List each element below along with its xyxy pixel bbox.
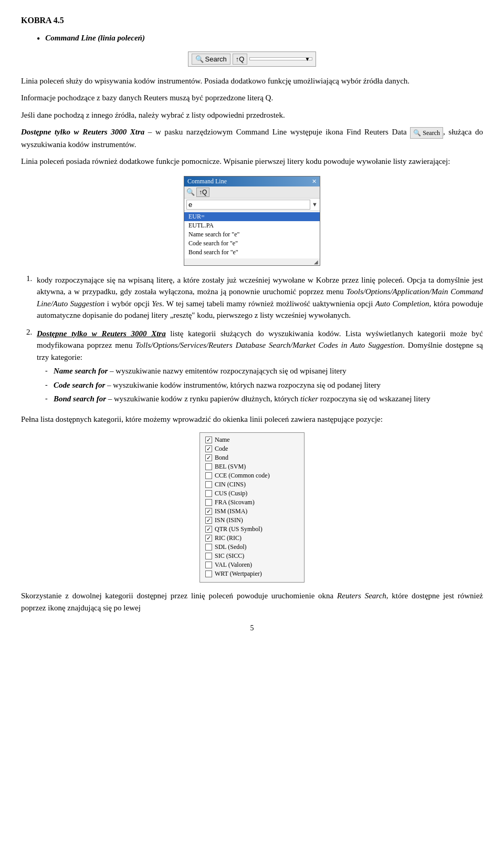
binoculars-inline-icon: 🔍 bbox=[413, 128, 421, 138]
checkbox-fra-label: FRA (Sicovam) bbox=[215, 499, 255, 506]
binoculars-cl-icon: 🔍 bbox=[186, 188, 195, 196]
sub-item-code: - Code search for – wyszukiwanie kodów i… bbox=[45, 379, 483, 391]
list-item[interactable]: Code search for "e" bbox=[184, 239, 320, 248]
checkbox-cce[interactable]: CCE (Common code) bbox=[205, 472, 299, 480]
cl-q-label: Q bbox=[202, 189, 207, 196]
checkbox-bel-label: BEL (SVM) bbox=[215, 463, 246, 471]
sub-text-3a: – wyszukiwanie kodów z rynku papierów dł… bbox=[106, 395, 300, 403]
checkbox-wrt-box[interactable] bbox=[205, 570, 212, 577]
checkbox-ric[interactable]: ✓ RIC (RIC) bbox=[205, 534, 299, 542]
sub-bold-1: Name search for bbox=[54, 367, 108, 375]
page-title: KOBRA 4.5 bbox=[21, 16, 483, 25]
dostepne-only-text: Dostępne tylko w Reuters 3000 Xtra bbox=[21, 128, 144, 136]
checkbox-fra[interactable]: FRA (Sicovam) bbox=[205, 499, 299, 506]
sub-bold-2: Code search for bbox=[54, 381, 105, 389]
paragraph-2: Informacje pochodzące z bazy danych Reut… bbox=[21, 92, 483, 104]
footer-text1: Skorzystanie z dowolnej kategorii dostęp… bbox=[21, 591, 337, 600]
sub-item-name-content: Name search for – wyszukiwanie nazwy emi… bbox=[54, 365, 483, 377]
checkbox-bond[interactable]: ✓ Bond bbox=[205, 454, 299, 462]
command-line-toolbar: 🔍 ↑ Q bbox=[184, 186, 320, 199]
checkbox-qtr-box[interactable]: ✓ bbox=[205, 526, 212, 533]
bullet-point: • bbox=[37, 34, 40, 45]
checkbox-sic[interactable]: SIC (SICC) bbox=[205, 552, 299, 560]
numbered-item-1-content: kody rozpoczynające się na wpisaną liter… bbox=[37, 274, 483, 321]
close-icon[interactable]: ✕ bbox=[312, 178, 317, 185]
item1-auto: Auto Completion, bbox=[375, 299, 431, 308]
paragraph-3: Jeśli dane pochodzą z innego źródła, nal… bbox=[21, 109, 483, 121]
checkbox-val-box[interactable] bbox=[205, 562, 212, 568]
q-label: ↑Q bbox=[236, 55, 245, 63]
sub-item-bond-content: Bond search for – wyszukiwanie kodów z r… bbox=[54, 393, 483, 405]
command-line-titlebar: Command Line ✕ bbox=[184, 177, 320, 186]
checkbox-list-window: ✓ Name ✓ Code ✓ Bond BEL (SVM) CCE (Comm… bbox=[200, 432, 304, 583]
sub-bold-3: Bond search for bbox=[54, 395, 106, 403]
checkbox-ism[interactable]: ✓ ISM (ISMA) bbox=[205, 507, 299, 515]
q-button[interactable]: ↑Q bbox=[233, 54, 248, 65]
checkbox-bond-box[interactable]: ✓ bbox=[205, 454, 212, 461]
checkbox-isn[interactable]: ✓ ISN (ISIN) bbox=[205, 516, 299, 524]
inline-search-label: Search bbox=[423, 128, 440, 138]
checkbox-ric-box[interactable]: ✓ bbox=[205, 535, 212, 542]
chevron-down-icon: ▼ bbox=[305, 56, 310, 62]
numbered-item-2: 2. Dostępne tylko w Reuters 3000 Xtra li… bbox=[26, 328, 483, 407]
list-item[interactable]: EUTL.PA bbox=[184, 221, 320, 230]
checkbox-wrt[interactable]: WRT (Wertpapier) bbox=[205, 570, 299, 578]
checkbox-name[interactable]: ✓ Name bbox=[205, 436, 299, 444]
numbered-item-1: 1. kody rozpoczynające się na wpisaną li… bbox=[26, 274, 483, 321]
checkbox-ric-label: RIC (RIC) bbox=[215, 534, 242, 542]
checkbox-cin-label: CIN (CINS) bbox=[215, 481, 246, 489]
checkbox-wrt-label: WRT (Wertpapier) bbox=[215, 570, 262, 578]
checkbox-cin-box[interactable] bbox=[205, 481, 212, 488]
checkbox-cce-label: CCE (Common code) bbox=[215, 472, 270, 480]
checkbox-code[interactable]: ✓ Code bbox=[205, 445, 299, 453]
checkbox-sic-label: SIC (SICC) bbox=[215, 552, 244, 560]
checkbox-cus-label: CUS (Cusip) bbox=[215, 490, 247, 497]
command-line-input-row: ▼ bbox=[184, 199, 320, 211]
checkbox-isn-box[interactable]: ✓ bbox=[205, 517, 212, 524]
checkbox-bond-label: Bond bbox=[215, 454, 228, 462]
number-2-label: 2. bbox=[26, 328, 37, 407]
toolbar-dropdown[interactable]: ▼ bbox=[249, 57, 312, 60]
list-item[interactable]: Bond search for "e" bbox=[184, 248, 320, 257]
list-item[interactable]: EUR= bbox=[184, 212, 320, 221]
checkbox-sdl[interactable]: SDL (Sedol) bbox=[205, 543, 299, 551]
sub-ticker: ticker bbox=[300, 395, 318, 403]
checkbox-sic-box[interactable] bbox=[205, 553, 212, 559]
checkbox-val-label: VAL (Valoren) bbox=[215, 561, 252, 569]
cl-up-button[interactable]: ↑ Q bbox=[196, 188, 209, 197]
checkbox-ism-label: ISM (ISMA) bbox=[215, 507, 247, 515]
checkbox-val[interactable]: VAL (Valoren) bbox=[205, 561, 299, 569]
checkbox-code-box[interactable]: ✓ bbox=[205, 445, 212, 452]
resize-handle[interactable]: ◢ bbox=[184, 258, 320, 265]
paragraph-1: Linia poleceń służy do wpisywania kodów … bbox=[21, 75, 483, 87]
sub-text-2: – wyszukiwanie kodów instrumentów, który… bbox=[105, 381, 381, 389]
full-paragraph: Pełna lista dostępnych kategorii, które … bbox=[21, 413, 483, 426]
item1-text3: . W tej samej tabeli mamy również możliw… bbox=[162, 299, 375, 308]
checkbox-isn-label: ISN (ISIN) bbox=[215, 516, 243, 524]
checkbox-sdl-box[interactable] bbox=[205, 544, 212, 551]
checkbox-bel[interactable]: BEL (SVM) bbox=[205, 463, 299, 471]
checkbox-bel-box[interactable] bbox=[205, 463, 212, 470]
paragraph-4-mid: – w pasku narzędziowym Command Line wyst… bbox=[144, 128, 410, 136]
checkbox-fra-box[interactable] bbox=[205, 499, 212, 506]
checkbox-cin[interactable]: CIN (CINS) bbox=[205, 481, 299, 489]
cl-dropdown-arrow-icon: ▼ bbox=[312, 201, 318, 207]
sub-item-bond: - Bond search for – wyszukiwanie kodów z… bbox=[45, 393, 483, 405]
sub-dash-3: - bbox=[45, 393, 54, 404]
checkbox-name-box[interactable]: ✓ bbox=[205, 437, 212, 443]
item1-yes: Yes bbox=[152, 299, 162, 308]
checkbox-ism-box[interactable]: ✓ bbox=[205, 508, 212, 515]
inline-search-icon: 🔍Search bbox=[410, 127, 443, 139]
toolbar-image: 🔍 Search ↑Q ▼ bbox=[21, 51, 483, 67]
checkbox-cus-box[interactable] bbox=[205, 490, 212, 497]
checkbox-cus[interactable]: CUS (Cusip) bbox=[205, 490, 299, 497]
footer-paragraph: Skorzystanie z dowolnej kategorii dostęp… bbox=[21, 590, 483, 614]
checkbox-code-label: Code bbox=[215, 445, 228, 453]
list-item[interactable]: Name search for "e" bbox=[184, 230, 320, 239]
checkbox-cce-box[interactable] bbox=[205, 472, 212, 479]
sub-text-3b: rozpoczyna się od wskazanej litery bbox=[318, 395, 430, 403]
page-number: 5 bbox=[21, 624, 483, 632]
search-button[interactable]: 🔍 Search bbox=[192, 54, 230, 65]
checkbox-qtr[interactable]: ✓ QTR (US Symbol) bbox=[205, 525, 299, 533]
command-line-input[interactable] bbox=[186, 200, 310, 210]
